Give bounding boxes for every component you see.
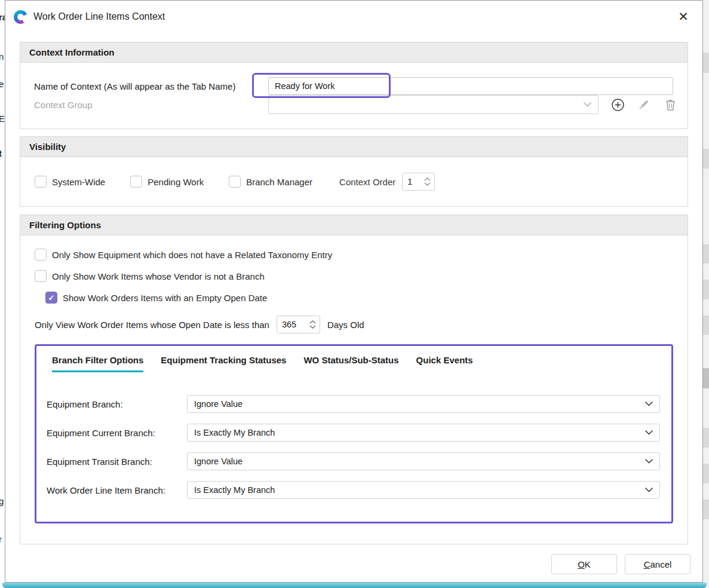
close-icon[interactable]: ✕	[674, 7, 693, 26]
context-information-section: Context Information Name of Context (As …	[20, 42, 688, 129]
equipment-branch-dropdown[interactable]: Ignore Value	[187, 395, 660, 413]
equipment-current-branch-dropdown[interactable]: Is Exactly My Branch	[187, 424, 660, 442]
edit-context-group-button[interactable]	[637, 97, 651, 112]
plus-circle-icon	[611, 98, 625, 112]
spinner-down-icon[interactable]	[309, 325, 316, 329]
section-header-context-information: Context Information	[20, 42, 687, 63]
spinner-arrows[interactable]	[424, 177, 431, 186]
work-order-line-item-branch-row: Work Order Line Item Branch: Is Exactly …	[36, 481, 671, 499]
background-window-left: ra n e E t g r	[0, 0, 5, 588]
days-old-spinner[interactable]: 365	[277, 316, 320, 333]
background-row-fragment	[703, 464, 709, 483]
checkbox-unchecked-icon[interactable]	[130, 176, 142, 188]
background-text-fragment: r	[0, 534, 2, 544]
background-window-edge	[703, 0, 709, 588]
equipment-transit-branch-dropdown[interactable]: Ignore Value	[187, 452, 660, 470]
checkbox-label: Branch Manager	[246, 177, 312, 187]
background-row-fragment	[703, 428, 709, 448]
ok-button[interactable]: OK	[551, 554, 617, 574]
dropdown-value: Is Exactly My Branch	[194, 485, 275, 495]
days-old-value: 365	[282, 320, 296, 329]
background-text-fragment: E	[0, 114, 5, 124]
days-old-row: Only View Work Order Items whose Open Da…	[20, 316, 687, 333]
empty-open-date-checkbox[interactable]: ✓ Show Work Orders Items with an Empty O…	[20, 292, 687, 304]
background-text-fragment: ra	[0, 12, 5, 22]
background-text-fragment: g	[0, 496, 4, 506]
days-old-prefix-label: Only View Work Order Items whose Open Da…	[35, 320, 269, 330]
chevron-down-icon	[645, 459, 653, 464]
visibility-body: System-Wide Pending Work Branch Manager …	[20, 157, 687, 206]
work-order-line-items-context-dialog: Work Order Line Items Context ✕ Context …	[5, 0, 703, 583]
screen: ra n e E t g r	[0, 0, 709, 588]
background-text-fragment: e	[0, 79, 4, 89]
context-group-label: Context Group	[34, 100, 268, 110]
spinner-up-icon[interactable]	[424, 177, 431, 181]
dialog-titlebar: Work Order Line Items Context ✕	[5, 1, 702, 33]
tab-quick-events[interactable]: Quick Events	[416, 355, 473, 372]
filtering-options-body: Only Show Equipment which does not have …	[20, 235, 687, 544]
dialog-footer: OK Cancel	[551, 554, 690, 574]
background-text-fragment: t	[0, 148, 2, 158]
checkbox-unchecked-icon[interactable]	[35, 270, 47, 282]
background-row-fragment	[703, 500, 709, 519]
days-old-suffix-label: Days Old	[327, 320, 364, 330]
section-header-filtering-options: Filtering Options	[20, 215, 687, 235]
checkbox-unchecked-icon[interactable]	[35, 249, 47, 261]
chevron-down-icon	[645, 402, 653, 406]
tab-branch-filter-options[interactable]: Branch Filter Options	[52, 355, 143, 372]
work-order-line-item-branch-dropdown[interactable]: Is Exactly My Branch	[187, 481, 660, 499]
context-order-label: Context Order	[339, 177, 395, 187]
context-group-dropdown[interactable]	[268, 95, 598, 114]
chevron-down-icon	[584, 102, 591, 107]
branch-filter-panel: Branch Filter Options Equipment Tracking…	[35, 344, 673, 523]
context-information-body: Name of Context (As will appear as the T…	[20, 63, 687, 128]
trash-icon	[665, 99, 676, 111]
context-order-spinner[interactable]: 1	[402, 173, 435, 191]
spinner-up-icon[interactable]	[309, 320, 316, 324]
dropdown-value: Ignore Value	[194, 457, 243, 466]
add-context-group-button[interactable]	[610, 97, 625, 112]
system-wide-checkbox[interactable]: System-Wide	[35, 176, 105, 188]
branch-manager-checkbox[interactable]: Branch Manager	[229, 176, 312, 188]
context-name-label: Name of Context (As will appear as the T…	[34, 81, 268, 91]
background-row-fragment	[703, 368, 709, 388]
checkbox-label: Only Show Work Items whose Vendor is not…	[52, 271, 265, 281]
equipment-branch-row: Equipment Branch: Ignore Value	[36, 395, 671, 413]
checkbox-label: System-Wide	[52, 177, 105, 187]
checkbox-label: Only Show Equipment which does not have …	[52, 250, 332, 260]
no-taxonomy-entry-checkbox[interactable]: Only Show Equipment which does not have …	[20, 249, 687, 261]
tab-equipment-tracking-statuses[interactable]: Equipment Tracking Statuses	[161, 355, 286, 372]
visibility-section: Visibility System-Wide Pending Work Bran…	[20, 136, 688, 207]
checkbox-checked-icon[interactable]: ✓	[45, 292, 57, 304]
tab-wo-status-sub-status[interactable]: WO Status/Sub-Status	[303, 355, 398, 372]
filtering-options-section: Filtering Options Only Show Equipment wh…	[20, 215, 688, 544]
checkbox-label: Show Work Orders Items with an Empty Ope…	[63, 293, 267, 303]
equipment-transit-branch-label: Equipment Transit Branch:	[47, 457, 187, 467]
background-text-fragment: n	[0, 51, 4, 62]
background-window-bottom-edge	[2, 583, 707, 588]
cancel-button[interactable]: Cancel	[625, 554, 690, 574]
pending-work-checkbox[interactable]: Pending Work	[130, 176, 204, 188]
context-order-value: 1	[407, 177, 412, 186]
spinner-arrows[interactable]	[309, 320, 316, 329]
filter-tabs: Branch Filter Options Equipment Tracking…	[36, 355, 671, 372]
spinner-down-icon[interactable]	[424, 182, 431, 186]
pencil-icon	[638, 99, 650, 111]
section-header-visibility: Visibility	[20, 137, 687, 157]
context-name-row: Name of Context (As will appear as the T…	[20, 77, 687, 95]
background-row-fragment	[703, 280, 709, 299]
checkbox-unchecked-icon[interactable]	[35, 176, 47, 188]
dropdown-value: Ignore Value	[194, 399, 243, 409]
app-logo-icon	[13, 10, 28, 24]
background-row-fragment	[703, 53, 709, 73]
background-row-fragment	[703, 149, 709, 169]
dropdown-value: Is Exactly My Branch	[194, 428, 275, 437]
work-order-line-item-branch-label: Work Order Line Item Branch:	[47, 485, 187, 495]
dialog-title: Work Order Line Items Context	[33, 11, 165, 22]
vendor-not-branch-checkbox[interactable]: Only Show Work Items whose Vendor is not…	[20, 270, 687, 282]
context-name-input[interactable]	[268, 77, 673, 95]
chevron-down-icon	[645, 430, 653, 435]
checkbox-unchecked-icon[interactable]	[229, 176, 241, 188]
delete-context-group-button[interactable]	[663, 97, 677, 112]
context-group-row: Context Group	[20, 95, 687, 114]
